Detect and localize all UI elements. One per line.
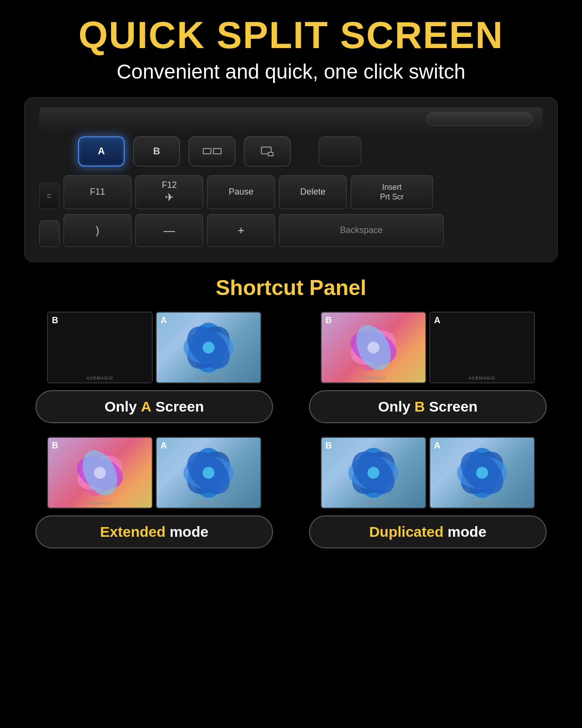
function-key-row: ⊏ F11 F12 ✈ Pause Delete Insert Prt Scr — [39, 175, 543, 209]
mode-block-only-b: B ACEMAGIC — [298, 312, 558, 423]
keyboard-top-bar — [39, 107, 543, 131]
screen-a-extended: A ACEMAGIC — [156, 437, 261, 509]
key-paren[interactable]: ) — [64, 214, 131, 247]
key-backspace[interactable]: Backspace — [279, 214, 444, 247]
screens-row-only-a: B ACEMAGIC A — [47, 312, 261, 383]
modes-grid: B ACEMAGIC A — [24, 312, 558, 548]
shortcut-button-extend[interactable] — [189, 136, 235, 166]
shortcut-b-label: B — [153, 146, 160, 157]
page-container: QUICK SPLIT SCREEN Convenient and quick,… — [0, 0, 582, 728]
screen-a-only-a: A ACEMAGIC — [156, 312, 261, 383]
svg-point-19 — [203, 467, 214, 479]
screen-b-only-a: B ACEMAGIC — [47, 312, 153, 383]
screens-row-only-b: B ACEMAGIC — [321, 312, 535, 383]
screen-a-duplicated: A ACEMAGIC — [429, 437, 535, 509]
airplane-icon: ✈ — [165, 191, 174, 204]
key-f12[interactable]: F12 ✈ — [135, 175, 203, 209]
stylus-slot — [426, 112, 533, 126]
shortcut-a-label: A — [98, 146, 105, 157]
shortcut-button-b[interactable]: B — [133, 136, 180, 166]
second-key-row: ) — + Backspace — [39, 214, 543, 247]
page-title: QUICK SPLIT SCREEN — [79, 15, 504, 56]
svg-point-24 — [368, 467, 379, 479]
mode-block-only-a: B ACEMAGIC A — [24, 312, 284, 423]
screens-row-extended: B ACEMAGIC — [47, 437, 261, 509]
mode-label-extended[interactable]: Extended mode — [35, 515, 273, 548]
key-pause[interactable]: Pause — [207, 175, 275, 209]
key-bracket[interactable]: ⊏ — [39, 182, 60, 209]
mode-block-extended: B ACEMAGIC — [24, 437, 284, 548]
duplicate-icon — [261, 147, 274, 156]
shortcut-panel-title: Shortcut Panel — [216, 276, 367, 300]
mode-label-only-a[interactable]: Only A Screen — [35, 390, 273, 423]
screen-b-only-b: B ACEMAGIC — [321, 312, 426, 383]
page-subtitle: Convenient and quick, one click switch — [116, 60, 465, 83]
key-insert-prtscr[interactable]: Insert Prt Scr — [351, 175, 433, 209]
screen-b-extended: B ACEMAGIC — [47, 437, 153, 509]
svg-point-9 — [368, 342, 379, 353]
mode-label-only-b[interactable]: Only B Screen — [309, 390, 547, 423]
key-f11[interactable]: F11 — [64, 175, 131, 209]
keyboard-section: A B ⊏ F11 — [24, 97, 558, 262]
screen-a-only-b: A ACEMAGIC — [429, 312, 535, 383]
key-side-2[interactable] — [39, 220, 60, 247]
svg-point-4 — [203, 342, 214, 353]
svg-point-14 — [94, 467, 106, 479]
mode-label-duplicated[interactable]: Duplicated mode — [309, 515, 547, 548]
shortcut-button-duplicate[interactable] — [244, 136, 291, 166]
screen-b-duplicated: B ACEMAGIC — [321, 437, 426, 509]
shortcut-button-a[interactable]: A — [78, 136, 125, 166]
svg-point-29 — [476, 467, 488, 479]
screens-row-duplicated: B ACEMAGIC — [321, 437, 535, 509]
extend-icon — [203, 148, 222, 154]
key-minus[interactable]: — — [135, 214, 203, 247]
key-plus[interactable]: + — [207, 214, 275, 247]
shortcut-panel-row: A B — [39, 136, 543, 166]
key-delete[interactable]: Delete — [279, 175, 347, 209]
fingerprint-button[interactable] — [319, 136, 361, 166]
mode-block-duplicated: B ACEMAGIC — [298, 437, 558, 548]
